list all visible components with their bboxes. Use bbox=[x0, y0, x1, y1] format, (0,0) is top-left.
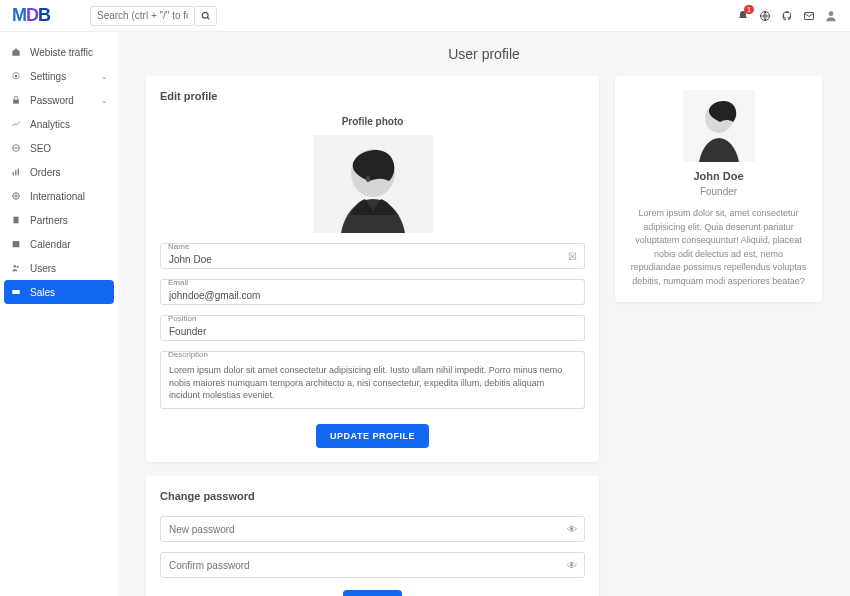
email-field: Email bbox=[160, 279, 585, 305]
mail-icon[interactable] bbox=[802, 9, 816, 23]
sidebar-item-label: Calendar bbox=[30, 239, 71, 250]
sidebar-item-label: Webiste traffic bbox=[30, 47, 93, 58]
eye-icon[interactable]: 👁 bbox=[567, 560, 577, 571]
header-right: 1 bbox=[736, 9, 838, 23]
position-label: Position bbox=[166, 314, 198, 323]
sidebar-item-users[interactable]: Users bbox=[0, 256, 118, 280]
description-field: Description bbox=[160, 351, 585, 412]
bars-icon bbox=[10, 166, 22, 178]
sidebar-item-label: Settings bbox=[30, 71, 66, 82]
eye-icon[interactable]: 👁 bbox=[567, 524, 577, 535]
notifications-icon[interactable]: 1 bbox=[736, 9, 750, 23]
edit-profile-card: Edit profile Profile photo Name ☒ Email … bbox=[146, 76, 599, 462]
top-header: MDB 1 bbox=[0, 0, 850, 32]
sidebar-item-label: Users bbox=[30, 263, 56, 274]
svg-point-14 bbox=[14, 265, 17, 268]
svg-point-0 bbox=[202, 12, 208, 18]
home-icon bbox=[10, 46, 22, 58]
globe-icon[interactable] bbox=[758, 9, 772, 23]
svg-point-4 bbox=[829, 11, 834, 16]
building-icon bbox=[10, 214, 22, 226]
name-input[interactable] bbox=[160, 243, 585, 269]
search-wrap bbox=[90, 6, 217, 26]
sidebar-item-label: Partners bbox=[30, 215, 68, 226]
sidebar-item-international[interactable]: International bbox=[0, 184, 118, 208]
chart-icon bbox=[10, 118, 22, 130]
lock-icon bbox=[10, 94, 22, 106]
sidebar: Webiste traffic Settings ⌄ Password ⌄ An… bbox=[0, 32, 118, 596]
profile-role: Founder bbox=[629, 186, 808, 197]
name-field: Name ☒ bbox=[160, 243, 585, 269]
logo[interactable]: MDB bbox=[12, 5, 50, 26]
chevron-down-icon: ⌄ bbox=[101, 96, 108, 105]
change-password-card: Change password 👁 👁 APPLY bbox=[146, 476, 599, 596]
sidebar-item-label: Orders bbox=[30, 167, 61, 178]
position-input[interactable] bbox=[160, 315, 585, 341]
sidebar-item-settings[interactable]: Settings ⌄ bbox=[0, 64, 118, 88]
sidebar-item-sales[interactable]: Sales bbox=[4, 280, 114, 304]
update-profile-button[interactable]: UPDATE PROFILE bbox=[316, 424, 429, 448]
sidebar-item-partners[interactable]: Partners bbox=[0, 208, 118, 232]
svg-line-1 bbox=[207, 17, 209, 19]
name-label: Name bbox=[166, 242, 191, 251]
users-icon bbox=[10, 262, 22, 274]
position-field: Position bbox=[160, 315, 585, 341]
sidebar-item-website-traffic[interactable]: Webiste traffic bbox=[0, 40, 118, 64]
sidebar-item-label: Analytics bbox=[30, 119, 70, 130]
search-button[interactable] bbox=[195, 6, 217, 26]
svg-point-5 bbox=[15, 75, 18, 78]
main-content: User profile Edit profile Profile photo … bbox=[118, 32, 850, 596]
svg-rect-12 bbox=[14, 217, 19, 224]
sidebar-item-calendar[interactable]: Calendar bbox=[0, 232, 118, 256]
svg-point-15 bbox=[17, 266, 19, 268]
email-input[interactable] bbox=[160, 279, 585, 305]
logo-b: B bbox=[38, 5, 50, 25]
email-label: Email bbox=[166, 278, 190, 287]
description-label: Description bbox=[166, 350, 210, 359]
profile-bio: Lorem ipsum dolor sit, amet consectetur … bbox=[629, 207, 808, 288]
apply-button[interactable]: APPLY bbox=[343, 590, 403, 596]
edit-profile-title: Edit profile bbox=[160, 90, 585, 102]
profile-photo-large bbox=[313, 135, 433, 233]
sidebar-item-analytics[interactable]: Analytics bbox=[0, 112, 118, 136]
description-input[interactable] bbox=[160, 351, 585, 409]
avatar-icon[interactable] bbox=[824, 9, 838, 23]
search-icon bbox=[201, 11, 211, 21]
github-icon[interactable] bbox=[780, 9, 794, 23]
logo-m: M bbox=[12, 5, 26, 25]
profile-name: John Doe bbox=[629, 170, 808, 182]
confirm-password-input[interactable] bbox=[160, 552, 585, 578]
globe-icon bbox=[10, 190, 22, 202]
calendar-icon bbox=[10, 238, 22, 250]
svg-rect-9 bbox=[15, 170, 16, 175]
logo-d: D bbox=[26, 5, 38, 25]
change-password-title: Change password bbox=[160, 490, 585, 502]
sidebar-item-label: SEO bbox=[30, 143, 51, 154]
profile-summary-card: John Doe Founder Lorem ipsum dolor sit, … bbox=[615, 76, 822, 302]
profile-photo-small bbox=[683, 90, 755, 162]
search-input[interactable] bbox=[90, 6, 195, 26]
gear-icon bbox=[10, 70, 22, 82]
svg-rect-16 bbox=[12, 290, 20, 294]
clear-icon[interactable]: ☒ bbox=[568, 251, 577, 262]
globe-icon bbox=[10, 142, 22, 154]
notification-badge: 1 bbox=[744, 5, 754, 14]
chevron-down-icon: ⌄ bbox=[101, 72, 108, 81]
svg-rect-8 bbox=[13, 172, 14, 175]
svg-rect-13 bbox=[13, 241, 20, 247]
new-password-field: 👁 bbox=[160, 516, 585, 542]
svg-rect-6 bbox=[13, 100, 19, 104]
svg-rect-10 bbox=[18, 169, 19, 176]
sidebar-item-password[interactable]: Password ⌄ bbox=[0, 88, 118, 112]
sidebar-item-label: International bbox=[30, 191, 85, 202]
sidebar-item-orders[interactable]: Orders bbox=[0, 160, 118, 184]
sidebar-item-seo[interactable]: SEO bbox=[0, 136, 118, 160]
money-icon bbox=[10, 286, 22, 298]
confirm-password-field: 👁 bbox=[160, 552, 585, 578]
new-password-input[interactable] bbox=[160, 516, 585, 542]
profile-photo-label: Profile photo bbox=[160, 116, 585, 127]
page-title: User profile bbox=[146, 46, 822, 62]
svg-point-19 bbox=[366, 176, 370, 182]
sidebar-item-label: Sales bbox=[30, 287, 55, 298]
sidebar-item-label: Password bbox=[30, 95, 74, 106]
